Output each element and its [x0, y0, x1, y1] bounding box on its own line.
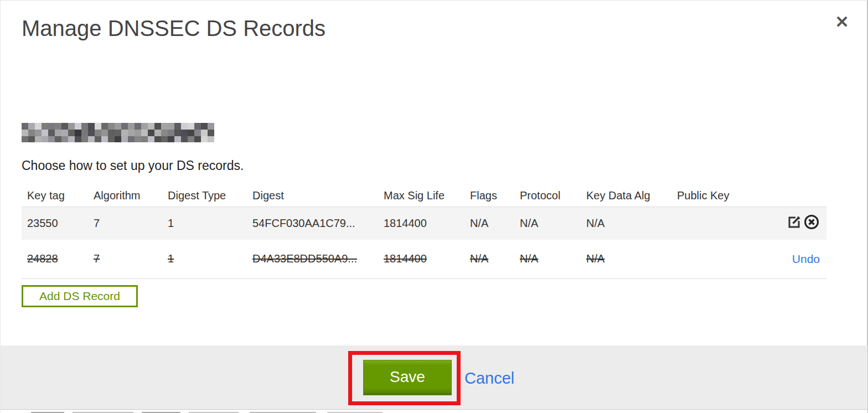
cell-max-sig-life: 1814400	[378, 240, 464, 278]
cell-flags: N/A	[464, 240, 514, 278]
obscured-background-content	[1, 410, 867, 413]
cell-digest-type: 1	[162, 206, 247, 240]
header-max-sig-life: Max Sig Life	[378, 185, 464, 206]
cell-public-key	[671, 206, 743, 240]
cell-actions	[743, 206, 826, 240]
save-button[interactable]: Save	[363, 360, 452, 395]
edit-pencil-icon	[786, 224, 802, 232]
undo-delete-link[interactable]: Undo	[792, 252, 820, 266]
header-algorithm: Algorithm	[88, 185, 162, 206]
header-digest-type: Digest Type	[162, 185, 247, 206]
close-icon[interactable]: ✕	[831, 11, 853, 33]
cell-key-data-alg: N/A	[581, 240, 671, 278]
header-actions	[743, 185, 826, 206]
header-public-key: Public Key	[671, 185, 743, 206]
redacted-domain-name	[22, 123, 214, 142]
cell-flags: N/A	[464, 206, 514, 240]
header-key-data-alg: Key Data Alg	[581, 185, 671, 206]
table-header-row: Key tag Algorithm Digest Type Digest Max…	[22, 185, 826, 206]
cell-digest: 54FCF030AA1C79...	[247, 206, 378, 240]
ds-records-instruction: Choose how to set up your DS records.	[22, 158, 244, 173]
cell-algorithm: 7	[88, 240, 162, 278]
cell-key-tag: 23550	[22, 206, 88, 240]
circle-x-icon	[803, 224, 820, 232]
cell-max-sig-life: 1814400	[378, 206, 464, 240]
table-row-ds-record-1: 23550 7 1 54FCF030AA1C79... 1814400 N/A …	[22, 206, 826, 240]
delete-record-icon[interactable]	[803, 214, 820, 230]
header-protocol: Protocol	[514, 185, 581, 206]
cell-key-data-alg: N/A	[581, 206, 671, 240]
page-title: Manage DNSSEC DS Records	[22, 16, 326, 41]
header-flags: Flags	[464, 185, 514, 206]
edit-record-button[interactable]	[786, 214, 802, 230]
add-ds-record-button[interactable]: Add DS Record	[22, 285, 138, 307]
cell-key-tag: 24828	[22, 240, 88, 278]
cell-protocol: N/A	[514, 206, 581, 240]
cell-actions: Undo	[743, 240, 826, 278]
cell-protocol: N/A	[514, 240, 581, 278]
header-digest: Digest	[247, 185, 378, 206]
header-key-tag: Key tag	[22, 185, 88, 206]
cell-digest: D4A33E8DD550A9...	[247, 240, 378, 278]
ds-records-table: Key tag Algorithm Digest Type Digest Max…	[22, 185, 826, 279]
table-row-ds-record-2-deleted: 24828 7 1 D4A33E8DD550A9... 1814400 N/A …	[22, 240, 826, 278]
dnssec-modal: Manage DNSSEC DS Records ✕ Choose how to…	[0, 0, 868, 413]
cell-algorithm: 7	[88, 206, 162, 240]
cancel-link[interactable]: Cancel	[464, 369, 514, 388]
cell-digest-type: 1	[162, 240, 247, 278]
cell-public-key	[671, 240, 743, 278]
